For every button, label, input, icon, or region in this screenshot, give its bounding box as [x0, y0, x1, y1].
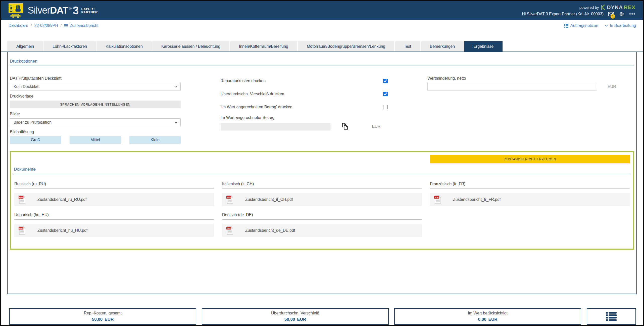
depreciation-input[interactable]: [427, 83, 597, 90]
dat-logo-text: DAT: [9, 5, 13, 12]
brand-suffix: EXPERT PARTNER: [81, 7, 98, 14]
summary-value: 0,00EUR: [478, 317, 498, 322]
hamburger-icon: [64, 24, 68, 27]
print-options-col-1: DAT Prüfgutachten Deckblatt Kein Deckbla…: [10, 72, 181, 144]
summary-label: Rep.-Kosten, gesamt: [84, 311, 122, 315]
resolution-gross-button[interactable]: Groß: [10, 136, 61, 144]
document-file-de[interactable]: PDF Zustandsbericht_de_DE.pdf: [222, 224, 422, 237]
depreciation-row: EUR: [427, 83, 634, 90]
dynarex-logo: DYNAREX: [601, 4, 635, 10]
print-options-grid: DAT Prüfgutachten Deckblatt Kein Deckbla…: [10, 72, 634, 144]
cover-sheet-select[interactable]: Kein Deckblatt: [10, 83, 181, 90]
order-notes-button[interactable]: Auftragsnotizen: [564, 23, 598, 28]
chevron-down-icon: [174, 121, 177, 123]
tab-bemerkungen[interactable]: Bemerkungen: [421, 41, 464, 52]
document-file-fr[interactable]: PDF Zustandsbericht_fr_FR.pdf: [430, 193, 630, 206]
breadcrumb-order-number[interactable]: 22-02/089PH: [34, 23, 58, 28]
tab-ergebnisse[interactable]: Ergebnisse: [464, 41, 503, 52]
excess-wear-row: Überdurchschn. Verschleiß drucken: [221, 91, 388, 97]
powered-by: powered by DYNAREX: [579, 4, 635, 10]
credited-amount-label: Im Wert angerechneter Betrag: [221, 115, 388, 120]
tab-kalkulationsoptionen[interactable]: Kalkulationsoptionen: [96, 41, 152, 52]
mail-badge: 1: [611, 14, 615, 19]
dat-logo-icon: DAT: [9, 3, 23, 18]
header-right: powered by DYNAREX Hi SilverDAT 3 Expert…: [522, 4, 635, 17]
generate-condition-report-button[interactable]: ZUSTANDBERICHT ERZEUGEN: [430, 155, 630, 163]
order-status-dropdown[interactable]: In Bearbeitung: [605, 23, 636, 28]
brand-three: 3: [73, 4, 79, 17]
tab-test[interactable]: Test: [395, 41, 420, 52]
document-file-name: Zustandsbericht_hu_HU.pdf: [37, 228, 87, 233]
order-status-label: In Bearbeitung: [610, 23, 636, 28]
chevron-down-icon: [605, 25, 608, 27]
credited-amount-input[interactable]: [221, 123, 330, 130]
copy-amount-button[interactable]: [341, 122, 349, 130]
document-group-title: Deutsch (de_DE): [222, 213, 422, 220]
document-group-empty: [430, 213, 630, 237]
repair-costs-checkbox[interactable]: [383, 79, 388, 83]
breadcrumb: Dashboard / 22-02/089PH / Zustandsberich…: [9, 23, 98, 28]
summary-value: 50,00EUR: [284, 317, 306, 322]
image-resolution-options: Groß Mittel Klein: [10, 136, 181, 144]
brand: DAT SilverDAT®3 EXPERT PA: [9, 3, 98, 18]
resolution-klein-button[interactable]: Klein: [129, 136, 181, 144]
tab-bar: Allgemein Lohn-/Lackfaktoren Kalkulation…: [1, 41, 643, 52]
copy-pages-icon: [341, 122, 349, 130]
document-file-name: Zustandsbericht_de_DE.pdf: [245, 228, 295, 233]
dynarex-rex: REX: [624, 4, 635, 10]
document-file-ru[interactable]: PDF Zustandsbericht_ru_RU.pdf: [14, 193, 214, 206]
document-file-hu[interactable]: PDF Zustandsbericht_hu_HU.pdf: [14, 224, 214, 237]
powered-by-label: powered by: [579, 5, 599, 10]
summary-footer: Rep.-Kosten, gesamt 50,00EUR Überdurchsc…: [9, 308, 636, 325]
resolution-mittel-button[interactable]: Mittel: [70, 136, 121, 144]
cover-sheet-label: DAT Prüfgutachten Deckblatt: [10, 76, 181, 81]
document-group-russisch: Russisch (ru_RU) PDF Zustandsbericht_ru_…: [14, 182, 214, 206]
more-menu-icon[interactable]: •••: [629, 11, 635, 17]
app-window: DAT SilverDAT®3 EXPERT PA: [0, 0, 644, 326]
summary-menu-button[interactable]: [587, 308, 636, 325]
user-row: Hi SilverDAT 3 Expert Partner (Kd.-Nr. 0…: [522, 11, 635, 17]
print-template-label: Druckvorlage: [10, 94, 181, 99]
excess-wear-checkbox[interactable]: [383, 92, 388, 96]
globe-icon[interactable]: [619, 12, 625, 17]
credited-amount-print-row: 'Im Wert angerechneten Betrag' drucken: [221, 104, 388, 110]
documents-heading: Dokumente: [14, 167, 630, 174]
document-group-franzoesisch: Französisch (fr_FR) PDF Zustandsbericht_…: [430, 182, 630, 206]
pdf-file-icon: PDF: [226, 226, 234, 235]
document-group-title: Russisch (ru_RU): [14, 182, 214, 189]
summary-value-considered: Im Wert berücksichtigt 0,00EUR: [394, 308, 581, 325]
summary-repair-costs: Rep.-Kosten, gesamt 50,00EUR: [9, 308, 196, 325]
cover-sheet-value: Kein Deckblatt: [14, 84, 39, 89]
pdf-file-icon: PDF: [226, 195, 234, 204]
image-resolution-label: Bildauflösung: [10, 130, 181, 134]
tab-allgemein[interactable]: Allgemein: [7, 41, 43, 52]
brand-reg-mark: ®: [69, 7, 72, 11]
order-notes-label: Auftragsnotizen: [570, 23, 598, 28]
document-file-it[interactable]: PDF Zustandsbericht_it_CH.pdf: [222, 193, 422, 206]
breadcrumb-dashboard[interactable]: Dashboard: [9, 23, 28, 28]
credited-amount-currency: EUR: [372, 124, 381, 129]
images-select[interactable]: Bilder zu Prüfposition: [10, 118, 181, 126]
document-group-title: Italienisch (it_CH): [222, 182, 422, 189]
svg-text:PDF: PDF: [19, 227, 23, 229]
order-actions: Auftragsnotizen In Bearbeitung: [564, 23, 636, 28]
tab-innen-kofferraum[interactable]: Innen/Kofferraum/Bereifung: [230, 41, 297, 52]
credited-amount-print-label: 'Im Wert angerechneten Betrag' drucken: [221, 105, 292, 109]
breadcrumb-current[interactable]: Zustandsbericht: [64, 23, 98, 28]
summary-label: Überdurchschn. Verschleiß: [271, 311, 319, 315]
breadcrumb-bar: Dashboard / 22-02/089PH / Zustandsberich…: [1, 20, 643, 31]
tab-karosserie-aussen[interactable]: Karosserie aussen / Beleuchtung: [152, 41, 229, 52]
mail-icon[interactable]: 1: [608, 12, 614, 17]
dynarex-icon: [601, 4, 606, 10]
notes-list-icon: [564, 24, 568, 28]
credited-amount-print-checkbox[interactable]: [383, 105, 388, 109]
document-group-italienisch: Italienisch (it_CH) PDF Zustandsbericht_…: [222, 182, 422, 206]
breadcrumb-separator: /: [61, 23, 62, 28]
repair-costs-label: Reparaturkosten drucken: [221, 79, 266, 83]
tab-motorraum[interactable]: Motorraum/Bodengruppe/Bremsen/Lenkung: [298, 41, 394, 52]
pdf-file-icon: PDF: [18, 226, 26, 235]
tab-lohn-lackfaktoren[interactable]: Lohn-/Lackfaktoren: [43, 41, 96, 52]
pdf-file-icon: PDF: [434, 195, 441, 204]
language-template-settings-button[interactable]: SPRACHEN-VORLAGEN-EINSTELLUNGEN: [10, 101, 181, 108]
summary-excess-wear: Überdurchschn. Verschleiß 50,00EUR: [202, 308, 389, 325]
